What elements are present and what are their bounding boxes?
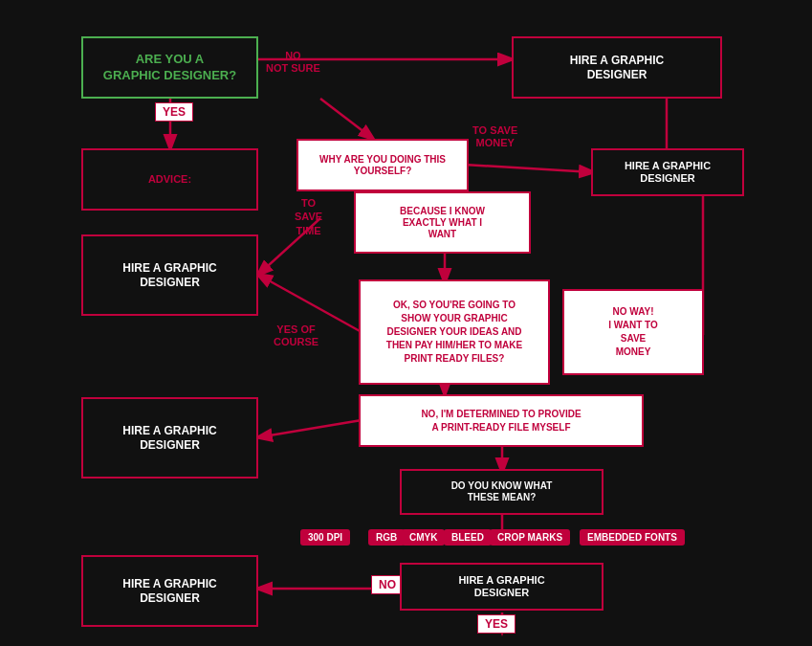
- bottom-right-box: HIRE A GRAPHICDESIGNER: [400, 563, 604, 611]
- svg-line-12: [258, 420, 362, 437]
- svg-line-3: [464, 165, 593, 172]
- are-you-designer-box: ARE YOU AGRAPHIC DESIGNER?: [81, 36, 258, 99]
- left-box-3: HIRE A GRAPHICDESIGNER: [81, 397, 258, 479]
- yes-label: YES: [155, 102, 193, 122]
- no-way-box: NO WAY!I WANT TOSAVEMONEY: [562, 289, 704, 375]
- top-right-box: HIRE A GRAPHICDESIGNER: [512, 36, 722, 99]
- do-you-know-box: DO YOU KNOW WHATTHESE MEAN?: [400, 469, 604, 515]
- no-label-bottom: NO: [371, 575, 404, 594]
- no-determined-box: NO, I'M DETERMINED TO PROVIDEA PRINT-REA…: [359, 394, 644, 447]
- are-you-designer-text: ARE YOU AGRAPHIC DESIGNER?: [103, 52, 236, 84]
- yes-label-bottom: YES: [477, 614, 516, 634]
- to-save-time-label: TOSAVETIME: [295, 196, 322, 237]
- show-designer-box: OK, SO YOU'RE GOING TOSHOW YOUR GRAPHICD…: [359, 279, 550, 385]
- left-box-2: HIRE A GRAPHICDESIGNER: [81, 234, 258, 316]
- badge-embedded: EMBEDDED FONTS: [580, 529, 685, 546]
- yes-of-course-label: YES OFCOURSE: [274, 323, 318, 348]
- advice-box: ADVICE:: [81, 148, 258, 211]
- because-i-know-box: BECAUSE I KNOWEXACTLY WHAT IWANT: [354, 191, 531, 254]
- badge-rgb: RGB: [368, 529, 405, 546]
- to-save-money-label: TO SAVEMONEY: [472, 124, 517, 149]
- why-doing-box: WHY ARE YOU DOING THIS YOURSELF?: [296, 139, 469, 191]
- flowchart: ARE YOU AGRAPHIC DESIGNER? NONOT SURE HI…: [0, 0, 812, 646]
- badge-cmyk: CMYK: [402, 529, 445, 546]
- badge-cropmarks: CROP MARKS: [490, 529, 570, 546]
- svg-line-1: [320, 99, 373, 139]
- left-box-4: HIRE A GRAPHICDESIGNER: [81, 555, 258, 627]
- no-notsure-label: NONOT SURE: [266, 50, 320, 75]
- badge-300dpi: 300 DPI: [300, 529, 350, 546]
- badge-bleed: BLEED: [444, 529, 492, 546]
- save-money-box: HIRE A GRAPHICDESIGNER: [591, 148, 744, 196]
